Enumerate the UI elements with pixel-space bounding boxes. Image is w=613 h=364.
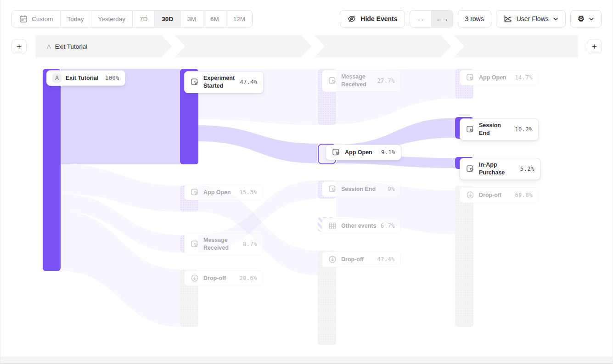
chevron-down-icon [553,17,558,21]
node-label: Drop-off [479,191,511,199]
event-icon [190,240,199,249]
date-range-label: 30D [162,16,173,22]
width-toggle-control: →← ←→ [410,10,453,28]
collapse-columns-button[interactable]: →← [410,11,431,27]
node-percent: 100% [105,75,119,81]
step-header-row: + A Exit Tutorial + [0,35,613,57]
event-icon [190,188,199,197]
step-name: Exit Tutorial [55,43,88,50]
node-label: App Open [345,149,377,157]
node-percent: 10.2% [515,126,533,133]
node-percent: 9.1% [381,149,395,156]
toolbar-right: Hide Events →← ←→ 3 rows User Flows ⚙ [340,10,602,28]
date-range-today[interactable]: Today [60,11,91,27]
gear-icon: ⚙ [578,15,585,23]
date-range-7d[interactable]: 7D [132,11,154,27]
event-icon [332,148,341,157]
node-card-app-open[interactable]: App Open 14.7% [460,70,539,85]
node-percent: 6.7% [381,223,395,229]
node-card-drop-off[interactable]: Drop-off 47.4% [322,252,401,267]
event-icon [466,125,475,134]
node-card-session-end[interactable]: Session End 10.2% [460,118,539,140]
node-percent: 28.6% [239,275,257,281]
flow-experiment-to-appopen [198,125,318,163]
date-range-label: Yesterday [98,16,126,22]
node-label: In-App Purchase [479,161,516,177]
node-percent: 47.4% [240,79,258,85]
node-card-experiment-started[interactable]: Experiment Started 47.4% [184,71,264,93]
node-bar-exit-tutorial[interactable] [43,69,61,271]
step-letter: A [47,43,51,50]
hide-events-button[interactable]: Hide Events [340,10,405,28]
add-step-right-button[interactable]: + [587,39,602,54]
node-percent: 69.8% [515,192,533,198]
drop-off-icon [328,255,337,264]
sankey-flow-bands [0,60,613,358]
node-percent: 27.7% [377,78,395,84]
date-range-label: 6M [210,16,219,22]
bottom-scrollbar-strip[interactable] [0,358,613,364]
date-range-6m[interactable]: 6M [203,11,226,27]
node-label: Session End [479,122,511,137]
add-step-left-button[interactable]: + [11,39,27,54]
node-label: Drop-off [203,274,235,282]
node-card-drop-off[interactable]: Drop-off 69.8% [460,187,539,203]
hide-events-label: Hide Events [360,15,397,22]
rows-button[interactable]: 3 rows [458,10,491,28]
node-bar-drop-off[interactable] [455,186,473,327]
collapse-arrows-icon: →← [415,15,427,22]
node-card-in-app-purchase[interactable]: In-App Purchase 5.2% [460,158,540,180]
date-range-yesterday[interactable]: Yesterday [91,11,133,27]
node-card-session-end[interactable]: Session End 9% [322,181,401,197]
node-label: App Open [479,74,511,82]
node-card-app-open[interactable]: App Open 15.3% [184,185,263,200]
node-percent: 9% [388,186,395,192]
expand-columns-button[interactable]: ←→ [431,11,453,27]
user-flows-icon [503,14,512,23]
node-percent: 14.7% [515,74,533,81]
node-percent: 15.3% [239,189,257,196]
expand-arrows-icon: ←→ [436,15,448,22]
event-icon [466,73,475,82]
step-a-badge: A [52,73,62,83]
date-range-30d[interactable]: 30D [154,11,180,27]
date-range-custom[interactable]: Custom [12,11,60,27]
user-flows-app: Custom Today Yesterday 7D 30D 3M 6M 12M … [0,0,613,364]
step-segment-4[interactable] [454,35,578,57]
event-icon [466,164,475,174]
date-range-12m[interactable]: 12M [226,11,252,27]
node-percent: 47.4% [377,256,395,263]
date-range-label: 7D [140,16,147,22]
toolbar: Custom Today Yesterday 7D 30D 3M 6M 12M … [0,0,613,28]
other-events-icon [328,221,337,230]
view-type-button[interactable]: User Flows [496,10,566,28]
date-range-label: Custom [32,16,53,22]
node-card-exit-tutorial[interactable]: A Exit Tutorial 100% [46,70,125,86]
settings-button[interactable]: ⚙ [570,10,602,28]
node-card-app-open-selected[interactable]: App Open 9.1% [326,145,401,160]
sankey-stage: A Exit Tutorial 100% Experiment Started … [0,60,613,358]
date-range-control: Custom Today Yesterday 7D 30D 3M 6M 12M [11,10,253,28]
eye-off-icon [347,14,356,23]
plus-icon: + [17,42,22,51]
drop-off-icon [190,274,199,283]
step-segment-a[interactable]: A Exit Tutorial [35,35,172,57]
rows-label: 3 rows [465,15,484,22]
node-card-message-received[interactable]: Message Received 27.7% [322,70,401,92]
date-range-label: Today [67,16,84,22]
step-chevron-bar: A Exit Tutorial [35,35,578,57]
drop-off-icon [466,190,475,200]
node-card-drop-off[interactable]: Drop-off 28.6% [184,270,263,286]
calendar-icon [19,14,28,23]
step-segment-2[interactable] [175,35,311,57]
node-card-message-received[interactable]: Message Received 8.7% [184,233,263,255]
chevron-down-icon [589,17,594,21]
date-range-3m[interactable]: 3M [180,11,203,27]
node-label: Experiment Started [203,74,236,90]
event-icon [190,78,199,87]
step-segment-3[interactable] [315,35,451,57]
view-type-label: User Flows [517,15,549,22]
node-card-other-events[interactable]: Other events 6.7% [322,218,401,234]
node-label: Message Received [341,73,373,89]
node-label: Other events [341,222,377,230]
